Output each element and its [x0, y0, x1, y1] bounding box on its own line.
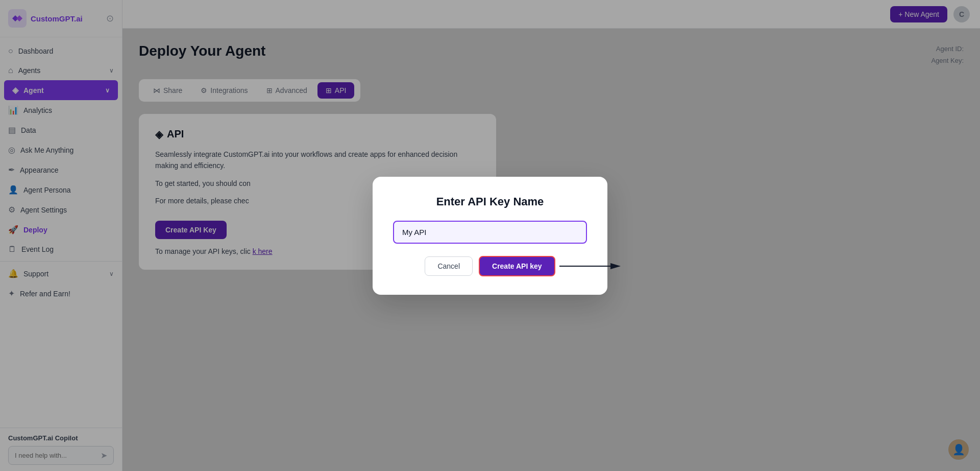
arrow-svg: [559, 260, 621, 272]
create-api-key-modal-button[interactable]: Create API key: [479, 256, 555, 276]
cancel-button[interactable]: Cancel: [425, 256, 473, 276]
api-key-name-input[interactable]: [393, 221, 587, 244]
modal-actions: Cancel Create API key: [393, 256, 587, 276]
modal-title: Enter API Key Name: [393, 195, 587, 208]
arrow-annotation: [559, 260, 621, 272]
modal-overlay: Enter API Key Name Cancel Create API key: [0, 0, 980, 471]
svg-marker-2: [610, 263, 621, 269]
api-key-modal: Enter API Key Name Cancel Create API key: [373, 177, 607, 295]
